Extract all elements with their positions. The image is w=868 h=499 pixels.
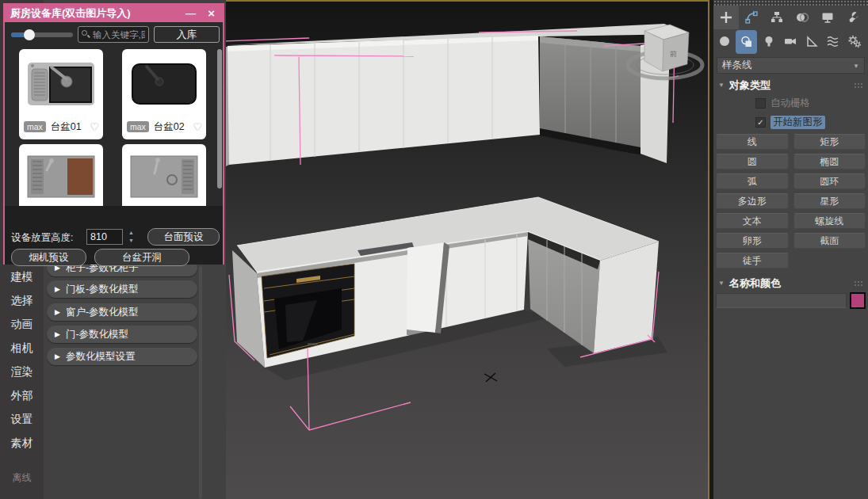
spinner-down-button[interactable]: ▼: [125, 237, 137, 245]
shape-category-dropdown[interactable]: 样条线 ▼: [717, 57, 865, 74]
close-button[interactable]: ×: [208, 5, 215, 22]
display-icon: [820, 10, 835, 25]
sidebar-item-render[interactable]: 渲染: [0, 365, 44, 379]
dialog-toolbar: 入库: [5, 25, 223, 44]
name-color-title: 名称和颜色: [729, 277, 781, 289]
rollout-parametric-settings[interactable]: ▶参数化模型设置: [47, 348, 197, 365]
tab-hierarchy[interactable]: [764, 6, 790, 29]
counter-preset-button[interactable]: 台面预设: [147, 228, 220, 246]
start-new-shape-checkbox[interactable]: ✓: [755, 117, 766, 128]
create-categories: [713, 29, 868, 53]
sidebar-item-settings[interactable]: 设置: [0, 413, 44, 427]
button-rectangle[interactable]: 矩形: [793, 134, 866, 150]
max-badge: max: [127, 121, 149, 132]
viewport-3d[interactable]: smeg: [226, 0, 708, 499]
hierarchy-icon: [770, 10, 784, 25]
object-type-title: 对象类型: [729, 79, 770, 91]
favorite-heart-icon[interactable]: ♥: [194, 120, 202, 134]
button-ellipse[interactable]: 椭圆: [793, 154, 866, 170]
button-freehand[interactable]: 徒手: [716, 253, 789, 269]
rollout-label: 门板-参数化模型: [66, 284, 139, 295]
motion-icon: [795, 10, 809, 25]
offline-status-label: 离线: [0, 471, 44, 485]
tab-motion[interactable]: [790, 6, 815, 29]
search-box: [78, 26, 149, 43]
minimize-button[interactable]: —: [185, 5, 196, 22]
placement-height-input[interactable]: [86, 229, 123, 245]
button-helix[interactable]: 螺旋线: [793, 213, 866, 229]
geometry-sphere-icon: [718, 35, 731, 48]
rollout-door-panel[interactable]: ▶门板-参数化模型: [47, 280, 197, 298]
sidebar-item-external[interactable]: 外部: [0, 389, 44, 403]
category-systems[interactable]: [843, 29, 865, 53]
name-color-rollout-header[interactable]: ▼名称和颜色: [715, 276, 866, 291]
library-item-card[interactable]: [122, 144, 206, 206]
tab-modify[interactable]: [739, 6, 764, 29]
shapes-icon: [740, 35, 754, 49]
category-helpers[interactable]: [801, 29, 822, 53]
command-panel: 样条线 ▼ ▼对象类型 自动栅格 ✓ 开始新图形 线 矩形 圆 椭圆 弧 圆环 …: [713, 0, 868, 499]
sidebar-item-modeling[interactable]: 建模: [0, 270, 44, 284]
button-egg[interactable]: 卵形: [716, 233, 789, 249]
import-button[interactable]: 入库: [154, 26, 220, 43]
sidebar-item-camera[interactable]: 相机: [0, 341, 44, 356]
rollout-scrollbar[interactable]: [199, 266, 202, 499]
sidebar-item-select[interactable]: 选择: [0, 294, 44, 308]
card-meta: max 台盆01 ♥: [19, 119, 103, 135]
tab-create[interactable]: [713, 6, 739, 29]
category-shapes[interactable]: [736, 30, 757, 54]
search-input[interactable]: [93, 30, 145, 40]
button-star[interactable]: 星形: [793, 193, 866, 209]
tab-display[interactable]: [815, 6, 840, 29]
placement-height-label: 设备放置高度:: [11, 231, 73, 245]
spinner-up-button[interactable]: ▲: [125, 229, 137, 237]
library-item-card[interactable]: max 台盆02 ♥: [122, 49, 206, 139]
create-plus-icon: [719, 10, 733, 25]
category-spacewarps[interactable]: [822, 29, 843, 53]
button-circle[interactable]: 圆: [716, 154, 789, 170]
item-name: 台盆01: [51, 120, 91, 134]
sidebar-item-material[interactable]: 素材: [0, 436, 44, 451]
library-scrollbar[interactable]: [217, 49, 222, 189]
button-line[interactable]: 线: [716, 134, 789, 150]
utilities-wrench-icon: [846, 10, 860, 25]
autogrid-checkbox[interactable]: [755, 98, 766, 109]
button-donut[interactable]: 圆环: [793, 173, 866, 189]
dialog-titlebar[interactable]: 厨房设备库(双击图片导入) — ×: [5, 5, 223, 22]
category-lights[interactable]: [758, 29, 779, 53]
height-spinner: ▲ ▼: [125, 229, 137, 245]
favorite-heart-icon[interactable]: ♥: [91, 120, 99, 134]
library-item-list: max 台盆01 ♥ max 台盆02 ♥: [5, 46, 223, 206]
hood-preset-button[interactable]: 烟机预设: [11, 249, 86, 266]
category-geometry[interactable]: [713, 29, 735, 53]
shape-category-value: 样条线: [722, 59, 752, 70]
rollout-door[interactable]: ▶门-参数化模型: [47, 326, 197, 343]
slider-knob[interactable]: [24, 29, 35, 40]
category-cameras[interactable]: [779, 29, 801, 53]
object-type-rollout-header[interactable]: ▼对象类型: [715, 78, 866, 93]
sink-cutout-button[interactable]: 台盆开洞: [94, 249, 189, 266]
button-section[interactable]: 截面: [793, 233, 866, 249]
object-name-field[interactable]: [716, 293, 847, 308]
spacewarps-waves-icon: [826, 35, 840, 48]
sink-thumbnail-4: [126, 148, 202, 206]
button-text[interactable]: 文本: [716, 213, 789, 229]
rollout-label: 门-参数化模型: [66, 329, 128, 340]
sidebar-item-animation[interactable]: 动画: [0, 318, 44, 332]
object-color-swatch[interactable]: [850, 292, 866, 309]
sink-thumbnail-2: [126, 53, 202, 115]
button-arc[interactable]: 弧: [716, 173, 789, 189]
library-item-card[interactable]: max 台盆01 ♥: [19, 49, 103, 139]
helpers-triangle-icon: [805, 35, 818, 48]
rollout-window[interactable]: ▶窗户-参数化模型: [47, 303, 197, 321]
application-window: smeg: [0, 0, 868, 499]
shape-buttons-grid: 线 矩形 圆 椭圆 弧 圆环 多边形 星形 文本 螺旋线 卵形 截面 徒手: [716, 134, 866, 269]
button-ngon[interactable]: 多边形: [716, 193, 789, 209]
tab-utilities[interactable]: [840, 6, 866, 29]
library-item-card[interactable]: [19, 144, 103, 206]
dialog-controls: 设备放置高度: ▲ ▼ 台面预设 烟机预设 台盆开洞: [5, 206, 223, 265]
chevron-right-icon: ▶: [55, 352, 60, 360]
thumbnail-size-slider[interactable]: [11, 32, 73, 37]
panel-drag-grip[interactable]: [713, 0, 868, 6]
search-icon: [82, 30, 90, 39]
